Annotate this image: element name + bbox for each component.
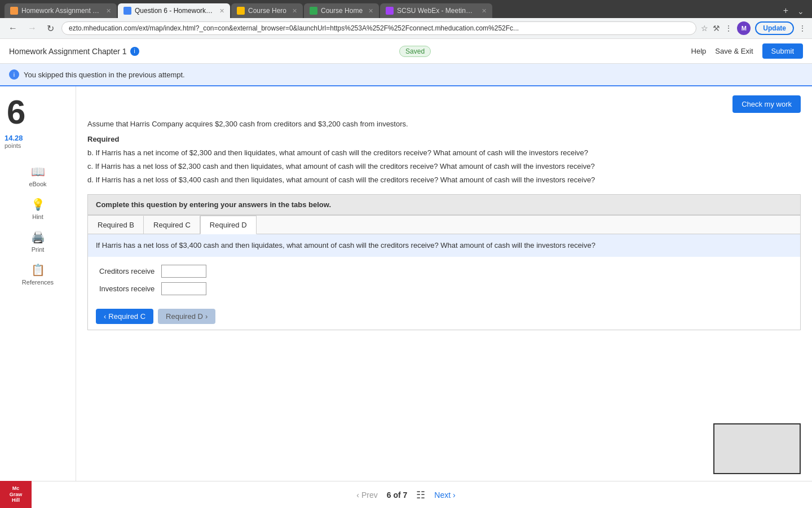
tab-navigation: ‹ Required C Required D › xyxy=(88,303,800,330)
tab-favicon xyxy=(10,7,18,15)
tab-close-icon[interactable]: ✕ xyxy=(219,7,224,15)
tab-headers: Required BRequired CRequired D xyxy=(88,216,800,234)
address-bar-icons: ☆ ⚒ ⋮ M Update ⋮ xyxy=(701,21,806,35)
chrome-menu-icon[interactable]: ⋮ xyxy=(798,24,806,33)
points-label: points xyxy=(5,142,71,149)
content-tab-required-c[interactable]: Required C xyxy=(144,216,200,234)
submit-button[interactable]: Submit xyxy=(762,43,803,59)
browser-chrome: Homework Assignment Chapt... ✕ Question … xyxy=(0,0,812,18)
answer-input[interactable] xyxy=(161,265,206,278)
browser-tab-tab1[interactable]: Homework Assignment Chapt... ✕ xyxy=(5,3,117,18)
next-chevron-icon: › xyxy=(205,312,208,321)
tab-favicon xyxy=(237,7,245,15)
help-link[interactable]: Help xyxy=(691,47,707,55)
current-page: 6 xyxy=(387,491,391,500)
bookmark-icon[interactable]: ☆ xyxy=(701,24,708,33)
app-title-area: Homework Assignment Chapter 1 i xyxy=(9,47,139,56)
next-chevron-icon: › xyxy=(453,491,456,500)
thumbnail-preview xyxy=(713,423,801,474)
back-button[interactable]: ← xyxy=(6,22,20,34)
reload-button[interactable]: ↻ xyxy=(44,22,57,35)
tab-title: Course Hero xyxy=(248,7,286,15)
ebook-label: eBook xyxy=(29,181,46,187)
sidebar-tool-ebook[interactable]: 📖 eBook xyxy=(5,160,71,192)
tab-more-button[interactable]: ⌄ xyxy=(794,5,807,18)
sidebar-tools: 📖 eBook 💡 Hint 🖨️ Print 📋 References xyxy=(5,160,71,290)
tab-close-icon[interactable]: ✕ xyxy=(106,7,111,15)
browser-tab-tab3[interactable]: Course Hero ✕ xyxy=(231,3,303,18)
tab-question-text: If Harris has a net loss of $3,400 cash … xyxy=(88,234,800,257)
tab-title: Homework Assignment Chapt... xyxy=(21,7,100,15)
answer-table: Creditors receive Investors receive xyxy=(96,262,210,297)
tab-favicon xyxy=(310,7,317,15)
prev-page-button[interactable]: ‹ Prev xyxy=(356,491,377,500)
prev-tab-button[interactable]: ‹ Required C xyxy=(96,309,153,324)
app-header: Homework Assignment Chapter 1 i Saved He… xyxy=(0,39,812,64)
hint-label: Hint xyxy=(32,213,43,220)
info-icon[interactable]: i xyxy=(130,47,139,56)
header-actions: Help Save & Exit Submit xyxy=(691,43,803,59)
forward-button[interactable]: → xyxy=(25,22,39,34)
profile-button[interactable]: M xyxy=(737,21,751,35)
app-title-text: Homework Assignment Chapter 1 xyxy=(9,47,127,56)
tab-title: SCSU WebEx - Meeting Detail xyxy=(397,7,476,15)
content-tab-required-b[interactable]: Required B xyxy=(88,216,144,234)
menu-icon[interactable]: ⋮ xyxy=(725,24,732,33)
question-part-d: d. If Harris has a net loss of $3,400 ca… xyxy=(87,174,801,186)
tab-favicon xyxy=(386,7,394,15)
next-tab-label: Required D xyxy=(166,312,203,321)
new-tab-button[interactable]: + xyxy=(779,3,793,18)
next-label: Next xyxy=(434,491,451,500)
hint-icon: 💡 xyxy=(31,198,45,211)
skip-notice-text: You skipped this question in the previou… xyxy=(24,71,185,79)
question-intro: Assume that Harris Company acquires $2,3… xyxy=(87,120,801,128)
references-label: References xyxy=(22,279,54,286)
save-exit-link[interactable]: Save & Exit xyxy=(715,47,753,55)
tab-close-icon[interactable]: ✕ xyxy=(368,7,373,15)
prev-label: Prev xyxy=(361,491,378,500)
address-input[interactable] xyxy=(61,21,696,35)
content-tab-required-d[interactable]: Required D xyxy=(200,216,257,234)
skip-info-icon: i xyxy=(9,69,19,80)
page-grid-icon[interactable]: ☷ xyxy=(416,489,425,501)
answer-row-label: Investors receive xyxy=(96,280,158,297)
print-icon: 🖨️ xyxy=(31,230,45,244)
extensions-icon[interactable]: ⚒ xyxy=(713,24,720,33)
answer-row: Creditors receive xyxy=(96,262,210,280)
check-work-button[interactable]: Check my work xyxy=(732,95,801,113)
sidebar-tool-print[interactable]: 🖨️ Print xyxy=(5,226,71,257)
tab-title: Course Home xyxy=(321,7,363,15)
mcgraw-hill-logo: McGrawHill xyxy=(0,481,32,504)
instruction-box: Complete this question by entering your … xyxy=(87,194,801,215)
page-info: 6 of 7 xyxy=(387,491,408,500)
tab-favicon xyxy=(123,7,131,15)
browser-tab-tab4[interactable]: Course Home ✕ xyxy=(304,3,379,18)
tab-close-icon[interactable]: ✕ xyxy=(482,7,487,15)
total-pages: 7 xyxy=(403,491,408,500)
ebook-icon: 📖 xyxy=(31,165,45,178)
answer-row-label: Creditors receive xyxy=(96,262,158,280)
sidebar-tool-hint[interactable]: 💡 Hint xyxy=(5,193,71,225)
required-label: Required xyxy=(87,135,801,143)
page-separator: of xyxy=(393,491,403,500)
next-page-button[interactable]: Next › xyxy=(434,491,455,500)
address-bar: ← → ↻ ☆ ⚒ ⋮ M Update ⋮ xyxy=(0,18,812,39)
update-button[interactable]: Update xyxy=(755,21,794,35)
answer-input[interactable] xyxy=(161,282,206,295)
saved-badge: Saved xyxy=(399,46,431,57)
points-value: 14.28 xyxy=(5,134,71,142)
question-number: 6 xyxy=(5,95,71,129)
print-label: Print xyxy=(32,246,45,253)
sidebar: 6 14.28 points 📖 eBook 💡 Hint 🖨️ Print 📋… xyxy=(0,86,76,504)
answer-row: Investors receive xyxy=(96,280,210,297)
tab-close-icon[interactable]: ✕ xyxy=(292,7,297,15)
question-part-b: b. If Harris has a net income of $2,300 … xyxy=(87,147,801,159)
tab-title: Question 6 - Homework Assig... xyxy=(135,7,214,15)
prev-tab-label: Required C xyxy=(108,312,145,321)
browser-tab-tab2[interactable]: Question 6 - Homework Assig... ✕ xyxy=(118,3,230,18)
browser-tab-tab5[interactable]: SCSU WebEx - Meeting Detail ✕ xyxy=(380,3,492,18)
prev-chevron-icon: ‹ xyxy=(356,491,359,500)
tab-container: Required BRequired CRequired D If Harris… xyxy=(87,215,801,330)
sidebar-tool-references[interactable]: 📋 References xyxy=(5,259,71,290)
tab-bar: Homework Assignment Chapt... ✕ Question … xyxy=(5,3,807,18)
